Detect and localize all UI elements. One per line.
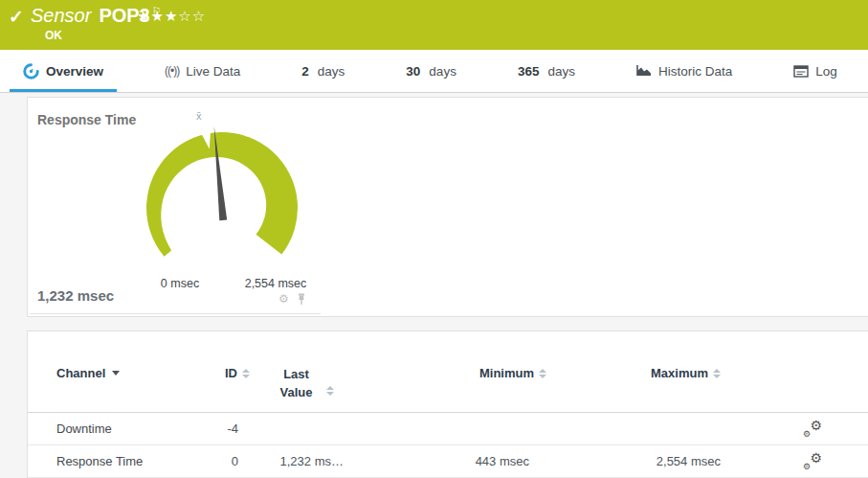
tab-label: Live Data: [186, 64, 240, 79]
tab-label: days: [318, 64, 345, 79]
gauge-min-label: 0 msec: [161, 277, 199, 290]
priority-stars[interactable]: ★★★☆☆: [137, 8, 206, 25]
tab-number: 30: [406, 64, 420, 79]
tab-label: days: [547, 64, 575, 79]
gauge-max-label: 2,554 msec: [245, 277, 307, 290]
tab-log[interactable]: Log: [780, 50, 851, 92]
table-row-downtime[interactable]: Downtime -4 ⚙ ⚙: [28, 413, 868, 445]
log-icon: [793, 65, 809, 78]
column-label: Minimum: [479, 366, 534, 380]
channels-panel: Channel ID Last Value Minimum Maximum Do…: [27, 330, 868, 478]
gauge-title: Response Time: [37, 112, 136, 127]
live-icon: ((•)): [165, 64, 179, 78]
gauge-widget-underline: [30, 313, 321, 314]
pin-icon[interactable]: [297, 293, 306, 306]
channel-last-value: 1,232 ms…: [250, 454, 355, 468]
gauge-svg: [126, 111, 318, 284]
sort-icon: [539, 369, 546, 378]
tab-number: 365: [518, 64, 540, 79]
area-chart-icon: [636, 64, 652, 78]
channel-table-header: Channel ID Last Value Minimum Maximum: [28, 331, 868, 413]
response-time-panel: Response Time x̄ 0 msec 2,554 msec 1,232…: [27, 97, 868, 317]
check-icon: ✓: [9, 6, 24, 28]
gauge-icon: [23, 63, 39, 80]
sensor-status-text: OK: [45, 29, 62, 42]
table-row-response-time[interactable]: Response Time 0 1,232 ms… 443 msec 2,554…: [28, 445, 868, 478]
gear-icon: ⚙: [803, 429, 811, 439]
tab-live-data[interactable]: ((•)) Live Data: [151, 50, 254, 92]
tab-30-days[interactable]: 30 days: [392, 50, 470, 92]
edit-channel-icon[interactable]: ⚙ ⚙: [803, 452, 822, 469]
tab-historic-data[interactable]: Historic Data: [623, 50, 746, 92]
column-header-id[interactable]: ID: [200, 366, 250, 380]
column-label: Maximum: [651, 366, 708, 380]
tab-2-days[interactable]: 2 days: [288, 50, 358, 92]
gauge-widget-toolbar: ⚙: [278, 292, 306, 306]
column-header-last-value[interactable]: Last Value: [250, 366, 355, 402]
channel-id: -4: [200, 421, 250, 436]
tab-label: Overview: [46, 64, 103, 79]
gauge-settings-gear-icon[interactable]: ⚙: [278, 292, 289, 306]
sensor-kind-label: Sensor: [31, 5, 91, 26]
sort-icon: [713, 369, 721, 378]
tab-label: Log: [815, 64, 837, 79]
column-label: ID: [225, 366, 237, 380]
column-header-maximum[interactable]: Maximum: [546, 366, 738, 380]
gear-icon: ⚙: [803, 462, 811, 471]
tab-overview[interactable]: Overview: [10, 50, 117, 92]
sensor-status-bar: ✓ SensorPOP3⚐ ★★★☆☆ OK: [0, 0, 868, 50]
column-header-channel[interactable]: Channel: [56, 366, 200, 380]
sort-icon: [242, 369, 250, 378]
column-label: Last Value: [272, 366, 322, 402]
column-header-minimum[interactable]: Minimum: [355, 366, 546, 380]
sort-icon: [326, 386, 334, 396]
tab-365-days[interactable]: 365 days: [504, 50, 589, 92]
channel-minimum: 443 msec: [355, 454, 546, 468]
gear-icon: ⚙: [810, 418, 822, 433]
edit-channel-icon[interactable]: ⚙ ⚙: [803, 420, 822, 437]
tab-label: days: [429, 64, 456, 79]
gauge-current-value: 1,232 msec: [37, 287, 114, 304]
channel-maximum: 2,554 msec: [546, 454, 738, 468]
tab-number: 2: [301, 64, 309, 79]
average-marker: x̄: [196, 110, 202, 122]
tab-label: Historic Data: [658, 64, 732, 79]
gear-icon: ⚙: [810, 450, 822, 466]
channel-name: Downtime: [56, 421, 200, 436]
tab-bar: Overview ((•)) Live Data 2 days 30 days …: [0, 50, 868, 93]
sort-desc-icon: [112, 371, 120, 376]
channel-id: 0: [200, 454, 250, 468]
column-label: Channel: [56, 366, 105, 380]
channel-name: Response Time: [56, 454, 200, 468]
